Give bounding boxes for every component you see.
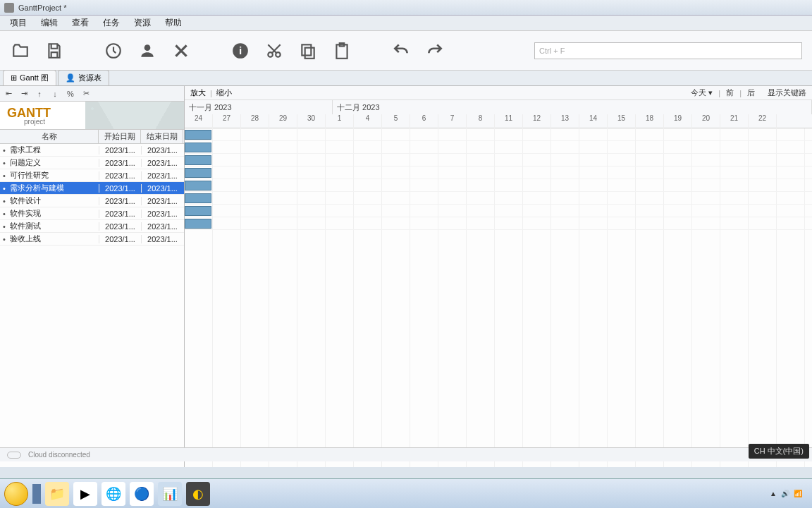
gantt-bar[interactable] <box>185 130 211 140</box>
svg-text:i: i <box>239 44 242 56</box>
day-label: 7 <box>438 114 467 128</box>
start-button[interactable] <box>4 482 28 506</box>
col-name[interactable]: 名称 <box>0 130 99 143</box>
gantt-bar[interactable] <box>185 168 211 178</box>
day-label: 12 <box>523 114 551 128</box>
task-row[interactable]: •软件设计2023/1...2023/1... <box>0 195 184 207</box>
system-tray[interactable]: ▲ 🔊 📶 <box>770 490 808 497</box>
task-row[interactable]: •可行性研究2023/1...2023/1... <box>0 169 184 182</box>
up-icon[interactable]: ↑ <box>34 88 45 99</box>
clock-button[interactable] <box>103 40 124 61</box>
taskbar-app-browser[interactable]: 🔵 <box>130 482 154 506</box>
menu-view[interactable]: 查看 <box>65 16 96 30</box>
paste-button[interactable] <box>331 40 352 61</box>
menu-resource[interactable]: 资源 <box>127 16 158 30</box>
svg-rect-6 <box>302 44 311 55</box>
search-input[interactable]: Ctrl + F <box>534 42 802 59</box>
gantt-row <box>185 128 812 141</box>
gantt-row <box>185 217 812 230</box>
day-label: 28 <box>241 114 269 128</box>
cloud-status: Cloud disconnected <box>28 451 90 459</box>
titlebar: GanttProject * <box>0 0 812 16</box>
tab-gantt[interactable]: ⊞Gantt 图 <box>3 70 56 85</box>
taskbar-app-chrome[interactable]: 🌐 <box>102 482 125 506</box>
col-end[interactable]: 结束日期 <box>141 130 183 143</box>
taskbar-app-media[interactable]: ▶ <box>73 482 97 506</box>
gantt-bar[interactable] <box>185 181 211 190</box>
day-label: 15 <box>608 114 636 128</box>
save-button[interactable] <box>44 40 65 61</box>
menu-task[interactable]: 任务 <box>96 16 127 30</box>
menu-help[interactable]: 帮助 <box>158 16 189 30</box>
task-row[interactable]: •需求分析与建模2023/1...2023/1... <box>0 182 184 195</box>
undo-button[interactable] <box>390 40 412 61</box>
app-icon <box>4 3 14 13</box>
day-label: 30 <box>297 114 326 128</box>
critical-path[interactable]: 显示关键路 <box>768 87 806 98</box>
tab-resource[interactable]: 👤资源表 <box>58 70 109 85</box>
logo: GANTT project <box>0 102 184 130</box>
taskbar-app-explorer[interactable]: 📁 <box>45 482 69 506</box>
day-label: 18 <box>636 114 664 128</box>
hex-pattern <box>85 102 184 129</box>
search-placeholder: Ctrl + F <box>539 47 565 55</box>
day-label: 24 <box>185 114 213 128</box>
gantt-bar[interactable] <box>185 193 211 203</box>
gantt-area[interactable] <box>185 128 812 467</box>
taskbar-app-other[interactable]: ◐ <box>186 482 210 506</box>
open-button[interactable] <box>10 40 31 61</box>
delete-button[interactable] <box>171 40 192 61</box>
task-row[interactable]: •软件实现2023/1...2023/1... <box>0 207 184 220</box>
window-title: GanttProject * <box>18 4 66 12</box>
toolbar: i Ctrl + F <box>0 31 812 71</box>
today-button[interactable]: 今天 ▾ <box>691 87 713 98</box>
day-label: 22 <box>749 114 777 128</box>
tray-sound-icon[interactable]: 🔊 <box>781 490 789 497</box>
tray-flag-icon[interactable]: ▲ <box>770 490 777 497</box>
menu-edit[interactable]: 编辑 <box>34 16 65 30</box>
zoom-out[interactable]: 缩小 <box>216 87 232 98</box>
svg-rect-7 <box>305 47 314 58</box>
info-button[interactable]: i <box>230 40 251 61</box>
task-row[interactable]: •软件测试2023/1...2023/1... <box>0 220 184 233</box>
prev-button[interactable]: 前 <box>726 87 734 98</box>
redo-button[interactable] <box>424 40 445 61</box>
col-start[interactable]: 开始日期 <box>99 130 141 143</box>
status-pill <box>7 452 21 459</box>
day-label: 19 <box>664 114 692 128</box>
menubar: 项目 编辑 查看 任务 资源 帮助 <box>0 16 812 31</box>
zoom-in[interactable]: 放大 <box>190 87 206 98</box>
ime-indicator[interactable]: CH 中文(中国) <box>749 444 809 459</box>
unlink-icon[interactable]: ✂ <box>80 88 92 99</box>
task-row[interactable]: •验收上线2023/1...2023/1... <box>0 233 184 246</box>
zoom-row: 放大 | 缩小 今天 ▾ | 前 | 后 显示关键路 <box>185 86 812 100</box>
view-tabs: ⊞Gantt 图 👤资源表 <box>0 71 812 86</box>
cut-button[interactable] <box>264 40 285 61</box>
copy-button[interactable] <box>297 40 319 61</box>
workarea: ⇤ ⇥ ↑ ↓ % ✂ GANTT project 名称 开始日期 结束日期 •… <box>0 86 812 467</box>
outdent-icon[interactable]: ⇤ <box>3 88 14 99</box>
indent-icon[interactable]: ⇥ <box>18 88 30 99</box>
gantt-icon: ⊞ <box>11 73 17 83</box>
taskbar-app-gantt[interactable]: 📊 <box>158 482 182 506</box>
tray-network-icon[interactable]: 📶 <box>794 490 802 497</box>
day-label: 14 <box>579 114 608 128</box>
svg-point-1 <box>144 44 151 51</box>
task-row[interactable]: •问题定义2023/1...2023/1... <box>0 157 184 169</box>
gantt-bar[interactable] <box>185 219 211 229</box>
task-toolbar: ⇤ ⇥ ↑ ↓ % ✂ <box>0 86 184 102</box>
next-button[interactable]: 后 <box>747 87 755 98</box>
down-icon[interactable]: ↓ <box>49 88 61 99</box>
task-row[interactable]: •需求工程2023/1...2023/1... <box>0 144 184 157</box>
gantt-bar[interactable] <box>185 143 211 152</box>
link-icon[interactable]: % <box>65 88 76 99</box>
person-button[interactable] <box>137 40 158 61</box>
day-label: 13 <box>551 114 579 128</box>
gantt-row <box>185 179 812 192</box>
gantt-bar[interactable] <box>185 206 211 216</box>
gantt-bar[interactable] <box>185 155 211 165</box>
month-label: 十二月 2023 <box>333 100 812 114</box>
menu-project[interactable]: 项目 <box>3 16 34 30</box>
day-label: 11 <box>495 114 523 128</box>
task-pane: ⇤ ⇥ ↑ ↓ % ✂ GANTT project 名称 开始日期 结束日期 •… <box>0 86 185 467</box>
